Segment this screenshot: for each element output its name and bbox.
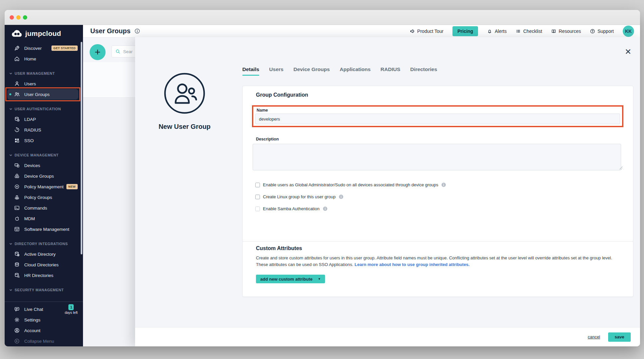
- get-started-badge: GET STARTED: [51, 45, 78, 51]
- cloud-directory-icon: [14, 262, 20, 268]
- header-nav: Product Tour Pricing Alerts Checklist Re…: [410, 26, 634, 37]
- linux-group-checkbox[interactable]: [255, 195, 260, 199]
- sidebar-item-label: Discover: [24, 46, 42, 51]
- book-icon: [551, 29, 556, 34]
- account-icon: [14, 327, 20, 333]
- sidebar-item-radius[interactable]: RADIUS: [5, 125, 83, 135]
- add-custom-attribute-button[interactable]: add new custom attribute ▼: [256, 275, 325, 283]
- samba-auth-checkbox[interactable]: [255, 207, 260, 211]
- resources-button[interactable]: Resources: [551, 29, 581, 34]
- cloud-logo-icon: [11, 30, 23, 37]
- sidebar-section-label: DEVICE MANAGEMENT: [15, 153, 59, 157]
- sidebar-item-active-directory[interactable]: Active Directory: [5, 249, 83, 259]
- save-button[interactable]: save: [608, 332, 631, 342]
- drawer-tabs: Details Users Device Groups Applications…: [242, 66, 437, 76]
- info-icon[interactable]: [441, 182, 446, 187]
- sidebar-item-label: Commands: [24, 206, 47, 211]
- collapse-icon: [14, 338, 20, 344]
- sidebar-item-settings[interactable]: Settings: [5, 314, 83, 325]
- tab-directories[interactable]: Directories: [410, 66, 437, 76]
- software-icon: [14, 226, 20, 232]
- window-titlebar: [5, 10, 640, 25]
- sidebar-section-directory-integrations[interactable]: DIRECTORY INTEGRATIONS: [5, 239, 83, 249]
- custom-attributes-heading: Custom Attributes: [256, 245, 302, 251]
- tab-device-groups[interactable]: Device Groups: [293, 66, 330, 76]
- sidebar-section-user-authentication[interactable]: USER AUTHENTICATION: [5, 104, 83, 114]
- main-content: + User Groups Product Tour Pricing: [83, 25, 640, 346]
- support-button[interactable]: Support: [590, 29, 614, 34]
- maximize-window-button[interactable]: [23, 15, 27, 20]
- close-icon[interactable]: ✕: [625, 48, 631, 56]
- sidebar-item-label: Policy Management: [24, 184, 64, 189]
- tab-details[interactable]: Details: [242, 66, 259, 76]
- checkbox-label: Enable Samba Authentication: [263, 206, 320, 211]
- pricing-button[interactable]: Pricing: [452, 26, 478, 36]
- tab-users[interactable]: Users: [269, 66, 283, 76]
- sidebar-item-mdm[interactable]: MDM: [5, 213, 83, 224]
- group-name-input[interactable]: [255, 114, 620, 124]
- checkbox-row-linux-group: Create Linux group for this user group: [255, 194, 344, 199]
- custom-attributes-description: Create and store custom attributes for u…: [256, 255, 618, 268]
- info-icon[interactable]: [339, 194, 344, 199]
- jumpcloud-logo[interactable]: jumpcloud: [5, 25, 83, 41]
- ldap-database-icon: [14, 116, 20, 122]
- sidebar-item-user-groups[interactable]: User Groups: [7, 89, 78, 100]
- checklist-button[interactable]: Checklist: [516, 29, 542, 34]
- sidebar-item-commands[interactable]: Commands: [5, 203, 83, 213]
- page-header: User Groups Product Tour Pricing Alerts …: [83, 25, 640, 38]
- sidebar-item-label: Software Management: [24, 227, 69, 232]
- avatar[interactable]: KK: [623, 26, 634, 37]
- sidebar-section-security-management[interactable]: SECURITY MANAGEMENT: [5, 285, 83, 295]
- tab-applications[interactable]: Applications: [340, 66, 370, 76]
- checkbox-row-global-admin: Enable users as Global Administrator/Sud…: [255, 182, 446, 187]
- global-admin-checkbox[interactable]: [255, 183, 260, 187]
- sidebar-section-device-management[interactable]: DEVICE MANAGEMENT: [5, 150, 83, 160]
- active-dot: [9, 93, 11, 95]
- sidebar-item-label: SSO: [24, 138, 34, 143]
- sidebar-item-device-groups[interactable]: Device Groups: [5, 171, 83, 181]
- checklist-label: Checklist: [523, 29, 542, 34]
- sidebar-item-sso[interactable]: SSO: [5, 135, 83, 146]
- sidebar-item-cloud-directories[interactable]: Cloud Directories: [5, 259, 83, 270]
- product-tour-label: Product Tour: [417, 29, 443, 34]
- sidebar-item-collapse-menu[interactable]: Collapse Menu: [5, 336, 83, 346]
- help-circle-icon: [590, 29, 595, 34]
- active-directory-icon: [14, 251, 20, 257]
- sidebar-item-policy-management[interactable]: Policy Management NEW: [5, 181, 83, 192]
- sidebar-item-ldap[interactable]: LDAP: [5, 114, 83, 125]
- sidebar-scrollbar[interactable]: [81, 42, 82, 254]
- sidebar-nav: Discover GET STARTED Home USER MANAGEMEN…: [5, 41, 83, 295]
- alerts-button[interactable]: Alerts: [487, 29, 507, 34]
- sidebar-item-label: Devices: [24, 163, 40, 168]
- close-window-button[interactable]: [10, 15, 14, 20]
- add-user-group-button[interactable]: +: [90, 44, 106, 60]
- sidebar-item-home[interactable]: Home: [5, 53, 83, 64]
- info-icon[interactable]: [323, 206, 328, 211]
- sidebar-item-discover[interactable]: Discover GET STARTED: [5, 43, 83, 53]
- sidebar-item-account[interactable]: Account: [5, 325, 83, 336]
- sidebar-section-label: DIRECTORY INTEGRATIONS: [15, 242, 68, 246]
- search-icon: [115, 49, 121, 54]
- sidebar-item-devices[interactable]: Devices: [5, 160, 83, 171]
- info-icon[interactable]: [134, 28, 140, 34]
- name-label: Name: [257, 108, 620, 113]
- sidebar-item-label: Settings: [24, 317, 40, 322]
- sidebar-item-users[interactable]: Users: [5, 78, 83, 89]
- tab-radius[interactable]: RADIUS: [380, 66, 400, 76]
- devices-icon: [14, 162, 20, 168]
- sidebar-item-software-management[interactable]: Software Management: [5, 224, 83, 234]
- sidebar-item-label: MDM: [24, 216, 35, 221]
- inherited-attributes-link[interactable]: Learn more about how to use group inheri…: [355, 262, 470, 267]
- textarea-resize-handle[interactable]: [619, 166, 622, 170]
- sidebar-item-hr-directories[interactable]: HR Directories: [5, 270, 83, 281]
- product-tour-button[interactable]: Product Tour: [410, 29, 443, 34]
- caret-down-icon: ▼: [318, 277, 321, 281]
- sidebar-section-user-management[interactable]: USER MANAGEMENT: [5, 68, 83, 78]
- cancel-button[interactable]: cancel: [588, 334, 600, 339]
- sidebar-item-policy-groups[interactable]: Policy Groups: [5, 192, 83, 203]
- minimize-window-button[interactable]: [16, 15, 21, 20]
- sidebar-item-label: Users: [24, 81, 36, 86]
- sidebar-item-label: Collapse Menu: [24, 339, 54, 344]
- sidebar-item-live-chat[interactable]: Live Chat 1 days left: [5, 304, 83, 314]
- group-description-textarea[interactable]: [253, 144, 621, 170]
